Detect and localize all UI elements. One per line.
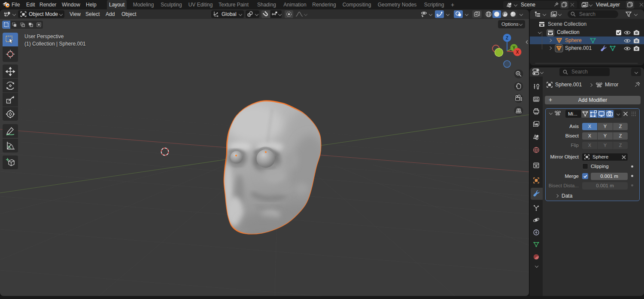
svg-text:Z: Z <box>506 36 508 40</box>
svg-text:X: X <box>516 50 519 55</box>
